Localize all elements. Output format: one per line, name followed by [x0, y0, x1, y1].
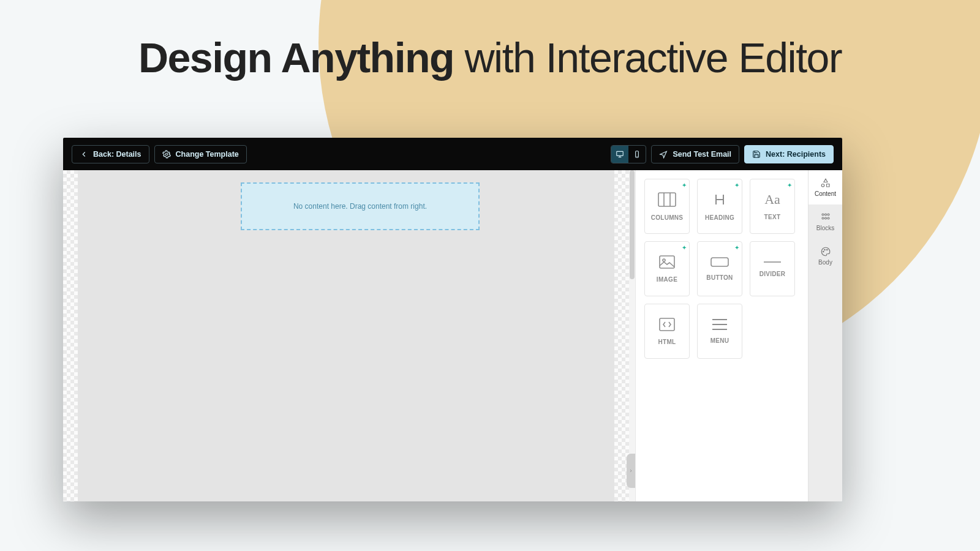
arrow-left-icon	[80, 150, 88, 159]
checkerboard-right	[614, 170, 629, 501]
editor-window: Back: Details Change Template Send Test …	[63, 138, 842, 501]
canvas-stage[interactable]: No content here. Drag content from right…	[78, 170, 614, 501]
svg-point-5	[663, 259, 665, 261]
svg-point-14	[823, 251, 824, 252]
svg-rect-4	[660, 256, 674, 268]
svg-point-13	[827, 217, 829, 219]
editor-topbar: Back: Details Change Template Send Test …	[63, 138, 842, 170]
heading-icon	[712, 192, 727, 207]
block-text[interactable]: Aa TEXT	[750, 179, 795, 234]
svg-rect-6	[711, 258, 728, 266]
block-menu-label: MENU	[710, 337, 729, 344]
hero-title: Design Anything with Interactive Editor	[0, 34, 980, 81]
ai-spark-icon	[682, 244, 687, 251]
image-icon	[659, 255, 675, 269]
block-heading[interactable]: HEADING	[697, 179, 742, 234]
svg-point-8	[822, 214, 824, 216]
ai-spark-icon	[734, 182, 739, 189]
save-icon	[752, 150, 761, 159]
canvas-scrollbar-track[interactable]	[629, 170, 635, 501]
block-text-label: TEXT	[764, 214, 781, 220]
button-icon	[710, 257, 729, 267]
back-button-label: Back: Details	[93, 150, 141, 159]
menu-icon	[712, 319, 727, 330]
send-icon	[659, 150, 668, 159]
hero-part1: Design Anything	[138, 34, 454, 81]
grid-icon	[820, 212, 831, 223]
desktop-preview-button[interactable]	[611, 146, 628, 163]
tab-content[interactable]: Content	[809, 170, 842, 204]
monitor-icon	[616, 150, 624, 159]
send-test-email-label: Send Test Email	[673, 150, 731, 159]
block-image[interactable]: IMAGE	[644, 241, 690, 296]
svg-rect-7	[660, 318, 674, 331]
dropzone-placeholder: No content here. Drag content from right…	[293, 202, 427, 211]
ai-spark-icon	[787, 182, 792, 189]
canvas-scrollbar-thumb[interactable]	[630, 170, 635, 279]
block-html-label: HTML	[658, 339, 676, 345]
html-icon	[659, 318, 675, 331]
blocks-panel: COLUMNS HEADING Aa TEXT IMAGE	[635, 170, 808, 501]
text-icon: Aa	[764, 193, 780, 206]
shapes-icon	[820, 178, 831, 189]
block-columns-label: COLUMNS	[651, 214, 684, 221]
svg-point-9	[824, 214, 826, 216]
tab-content-label: Content	[815, 190, 836, 197]
hero-sep: with	[465, 34, 546, 81]
mobile-preview-button[interactable]	[628, 146, 646, 163]
ai-spark-icon	[734, 244, 739, 251]
svg-point-10	[827, 214, 829, 216]
svg-point-12	[824, 217, 826, 219]
side-tabs-rail: Content Blocks Body	[808, 170, 842, 501]
hero-part2: Interactive Editor	[546, 34, 842, 81]
device-toggle	[611, 145, 646, 163]
svg-point-15	[824, 249, 825, 250]
next-recipients-button[interactable]: Next: Recipients	[744, 145, 834, 163]
change-template-label: Change Template	[176, 150, 239, 159]
columns-icon	[658, 192, 676, 207]
svg-point-16	[826, 249, 827, 250]
block-divider-label: DIVIDER	[760, 271, 786, 277]
tab-blocks-label: Blocks	[816, 225, 834, 231]
block-image-label: IMAGE	[657, 276, 677, 283]
divider-icon	[764, 261, 781, 263]
svg-rect-3	[658, 193, 676, 206]
svg-rect-1	[617, 151, 624, 156]
palette-icon	[820, 246, 831, 257]
canvas-area: No content here. Drag content from right…	[63, 170, 635, 501]
tab-blocks[interactable]: Blocks	[809, 204, 842, 239]
tab-body[interactable]: Body	[809, 239, 842, 273]
send-test-email-button[interactable]: Send Test Email	[651, 145, 739, 163]
block-columns[interactable]: COLUMNS	[644, 179, 690, 234]
block-menu[interactable]: MENU	[697, 304, 742, 359]
panel-collapse-handle[interactable]	[627, 454, 635, 488]
chevron-right-icon	[628, 467, 633, 474]
tab-body-label: Body	[818, 259, 832, 266]
editor-body: No content here. Drag content from right…	[63, 170, 842, 501]
checkerboard-left	[63, 170, 78, 501]
next-recipients-label: Next: Recipients	[766, 150, 826, 159]
change-template-button[interactable]: Change Template	[154, 145, 247, 163]
gear-icon	[162, 150, 171, 159]
svg-point-11	[822, 217, 824, 219]
block-button-label: BUTTON	[706, 274, 733, 281]
empty-dropzone[interactable]: No content here. Drag content from right…	[241, 182, 480, 230]
block-html[interactable]: HTML	[644, 304, 690, 359]
ai-spark-icon	[682, 182, 687, 189]
block-button[interactable]: BUTTON	[697, 241, 742, 296]
mobile-icon	[633, 150, 641, 159]
block-divider[interactable]: DIVIDER	[750, 241, 795, 296]
back-button[interactable]: Back: Details	[72, 145, 149, 163]
blocks-grid: COLUMNS HEADING Aa TEXT IMAGE	[644, 179, 808, 359]
svg-point-0	[165, 153, 168, 156]
block-heading-label: HEADING	[705, 214, 734, 221]
